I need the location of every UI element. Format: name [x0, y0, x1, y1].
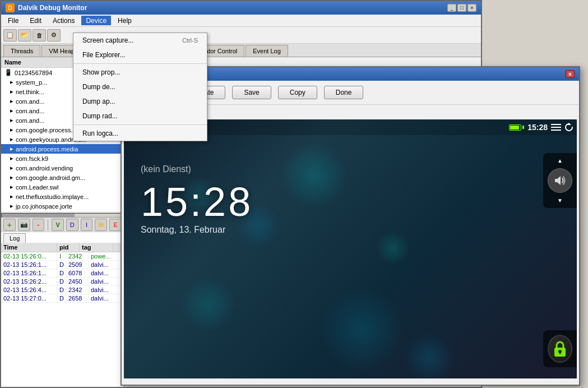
bokeh-3 [180, 276, 236, 332]
log-tag-2: dalvi... [89, 261, 122, 269]
menu-run-logca[interactable]: Run logca... [73, 126, 207, 141]
log-tag-4: dalvi... [89, 278, 122, 285]
log-row[interactable]: 02-13 15:26:0... I 2342 powe... [1, 252, 124, 261]
horizontal-scrollbar[interactable] [1, 212, 124, 218]
dialog-close-btn[interactable]: × [566, 70, 575, 78]
menu-dump-ap[interactable]: Dump ap... [73, 94, 207, 109]
menu-icon [551, 123, 561, 131]
volume-up-arrow: ▲ [557, 158, 563, 164]
battery-body [509, 124, 521, 131]
title-bar-controls: _ □ × [447, 4, 476, 12]
log-row[interactable]: 02-13 15:26:1... D 2509 dalvi... [1, 261, 124, 269]
scrollbar-track[interactable] [1, 213, 124, 218]
menu-help[interactable]: Help [113, 16, 136, 25]
log-time-1: 02-13 15:26:0... [1, 252, 57, 260]
battery-icon [509, 124, 524, 131]
log-row[interactable]: 02-13 15:27:0... D 2658 dalvi... [1, 294, 124, 303]
process-icon-10: ▸ [10, 164, 13, 172]
log-pid-6: 2658 [66, 294, 89, 302]
log-tag-3: dalvi... [89, 269, 122, 277]
log-level-6: D [57, 294, 66, 302]
log-tag-1: powe... [89, 252, 122, 260]
log-time-6: 02-13 15:27:0... [1, 294, 57, 302]
title-bar-left: D Dalvik Debug Monitor [6, 3, 87, 12]
log-pid-3: 6078 [66, 269, 89, 277]
log-pid-4: 2450 [66, 278, 89, 285]
process-icon: ▸ [10, 78, 13, 86]
menu-screen-capture[interactable]: Screen capture... Ctrl-S [73, 33, 207, 48]
toolbar-delete-btn[interactable]: 🗑 [33, 29, 46, 41]
tab-log[interactable]: Log [3, 233, 26, 243]
file-explorer-label: File Explorer... [82, 51, 126, 59]
log-row[interactable]: 02-13 15:26:1... D 6078 dalvi... [1, 269, 124, 278]
device-name-main: 01234567894 [15, 70, 52, 76]
run-logca-label: Run logca... [82, 130, 118, 137]
d-btn[interactable]: D [66, 219, 78, 231]
close-button[interactable]: × [467, 4, 476, 12]
menu-dump-rad[interactable]: Dump rad... [73, 109, 207, 123]
scrollbar-thumb[interactable] [2, 214, 75, 217]
list-item[interactable]: ▸com.fsck.k9 [1, 154, 124, 163]
log-row[interactable]: 02-13 15:26:4... D 2342 dalvi... [1, 286, 124, 294]
lock-control [543, 330, 577, 367]
menu-edit[interactable]: Edit [25, 16, 46, 25]
add-device-btn[interactable]: + [3, 219, 16, 231]
lock-icon [552, 340, 568, 358]
process-icon-6: ▸ [10, 126, 13, 133]
list-item[interactable]: ▸net.thefluxstudio.implaye... [1, 192, 124, 201]
process-icon-9: ▸ [10, 155, 13, 162]
list-item[interactable]: ▸com.android.vending [1, 163, 124, 173]
save-button[interactable]: Save [232, 86, 271, 99]
process-icon-12: ▸ [10, 183, 13, 191]
col-tag: tag [80, 243, 113, 252]
toolbar-settings-btn[interactable]: ⚙ [47, 29, 61, 41]
list-item[interactable]: ▸com.google.android.gm... [1, 173, 124, 182]
menu-show-prop[interactable]: Show prop... [73, 65, 207, 80]
device-btn-2[interactable]: 📷 [18, 219, 30, 231]
bokeh-1 [281, 142, 348, 209]
tab-eventlog[interactable]: Event Log [246, 45, 288, 57]
lock-button[interactable] [548, 335, 572, 363]
battery-tip [522, 126, 524, 129]
title-bar: D Dalvik Debug Monitor _ □ × [1, 1, 481, 15]
log-table: Time pid tag 02-13 15:26:0... I 2342 pow… [1, 243, 124, 387]
menu-dump-de[interactable]: Dump de... [73, 80, 207, 94]
volume-button[interactable] [548, 168, 572, 193]
bokeh-4 [320, 288, 404, 372]
menu-device[interactable]: Device [81, 16, 111, 25]
toolbar-open-btn[interactable]: 📂 [18, 29, 31, 41]
process-icon-5: ▸ [10, 117, 13, 124]
menu-actions[interactable]: Actions [48, 16, 79, 25]
speaker-icon [553, 174, 567, 187]
toolbar-new-btn[interactable]: 📋 [3, 29, 17, 41]
w-btn[interactable]: W [95, 219, 107, 231]
list-item[interactable]: ▸jp.co.johospace.jorte [1, 201, 124, 211]
tab-threads[interactable]: Threads [3, 45, 40, 57]
device-toolbar: + 📷 - V D I W E [1, 218, 124, 232]
log-pid-5: 2342 [66, 286, 89, 294]
bokeh-5 [376, 232, 410, 265]
battery-fill [510, 126, 519, 130]
remove-btn[interactable]: - [33, 219, 45, 231]
i-btn[interactable]: I [81, 219, 93, 231]
window-title: Dalvik Debug Monitor [18, 4, 87, 12]
app-icon: D [6, 3, 15, 12]
menu-separator-1 [73, 63, 207, 64]
list-item[interactable]: ▸com.Leader.swl [1, 182, 124, 192]
log-row[interactable]: 02-13 15:26:2... D 2450 dalvi... [1, 278, 124, 286]
copy-button[interactable]: Copy [278, 86, 317, 99]
status-right-icons: 15:28 [509, 123, 573, 132]
log-pid-1: 2342 [66, 252, 89, 260]
menu-file-explorer[interactable]: File Explorer... [73, 48, 207, 62]
minimize-button[interactable]: _ [447, 4, 456, 12]
maximize-button[interactable]: □ [457, 4, 466, 12]
phone-screen: 15:28 [124, 119, 577, 378]
dump-ap-label: Dump ap... [82, 98, 115, 105]
list-item-selected[interactable]: ▸android.process.media [1, 144, 124, 154]
v-btn[interactable]: V [52, 219, 64, 231]
e-btn[interactable]: E [109, 219, 122, 231]
process-icon-11: ▸ [10, 174, 13, 181]
done-button[interactable]: Done [324, 86, 364, 99]
menu-file[interactable]: File [3, 16, 23, 25]
menu-separator-2 [73, 124, 207, 125]
